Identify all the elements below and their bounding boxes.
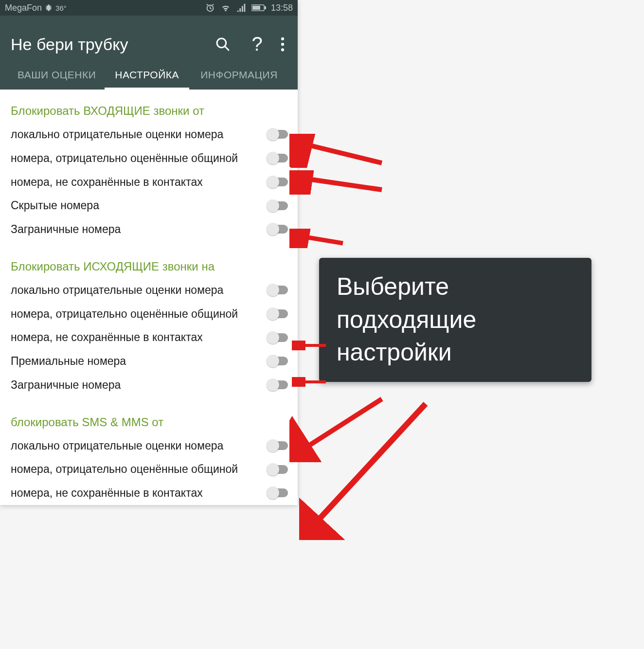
toggle-switch[interactable] — [268, 178, 294, 186]
row-label: Заграничные номера — [11, 222, 261, 236]
list-item: локально отрицательные оценки номера — [0, 434, 298, 458]
toggle-switch[interactable] — [268, 130, 294, 139]
toggle-switch[interactable] — [268, 465, 294, 474]
list-item: Заграничные номера — [0, 373, 298, 397]
list-item: номера, не сохранённые в контактах — [0, 481, 298, 505]
row-label: Скрытые номера — [11, 198, 261, 213]
tab-ratings[interactable]: ВАШИ ОЦЕНКИ — [11, 69, 103, 90]
signal-icon — [236, 2, 247, 13]
toggle-switch[interactable] — [268, 154, 294, 162]
list-item: локально отрицательные оценки номера — [0, 123, 298, 146]
phone-frame: MegaFon 36° 13:58 Не бери трубку — [0, 0, 298, 505]
row-label: локально отрицательные оценки номера — [11, 127, 261, 142]
list-item: номера, отрицательно оценённые общиной — [0, 146, 298, 170]
list-item: номера, не сохранённые в контактах — [0, 325, 298, 349]
list-item: номера, отрицательно оценённые общиной — [0, 302, 298, 326]
battery-icon — [251, 4, 266, 12]
toggle-switch[interactable] — [268, 225, 294, 234]
row-label: номера, не сохранённые в контактах — [11, 486, 261, 500]
carrier-label: MegaFon — [5, 3, 42, 13]
section-sms-title: блокировать SMS & MMS от — [0, 409, 298, 434]
toggle-switch[interactable] — [268, 380, 294, 389]
svg-point-7 — [281, 37, 284, 40]
content: Блокировать ВХОДЯЩИЕ звонки от локально … — [0, 90, 298, 505]
wifi-icon — [220, 2, 231, 13]
app-title: Не бери трубку — [11, 35, 215, 54]
svg-line-12 — [298, 178, 382, 190]
toggle-switch[interactable] — [268, 286, 294, 294]
app-bar: Не бери трубку ? ВАШИ ОЦЕНКИ НАСТРОЙКА И… — [0, 16, 298, 90]
row-label: номера, отрицательно оценённые общиной — [11, 151, 261, 165]
list-item: Скрытые номера — [0, 194, 298, 217]
svg-line-16 — [298, 399, 382, 452]
temperature-label: 36° — [55, 4, 67, 12]
row-label: Премиальные номера — [11, 354, 261, 368]
list-item: Премиальные номера — [0, 349, 298, 373]
toggle-switch[interactable] — [268, 309, 294, 318]
svg-rect-3 — [265, 6, 266, 9]
toggle-switch[interactable] — [268, 333, 294, 342]
row-label: локально отрицательные оценки номера — [11, 283, 261, 297]
tabs: ВАШИ ОЦЕНКИ НАСТРОЙКА ИНФОРМАЦИЯ — [11, 62, 287, 90]
tab-settings[interactable]: НАСТРОЙКА — [105, 69, 189, 90]
svg-line-17 — [309, 404, 426, 530]
row-label: номера, отрицательно оценённые общиной — [11, 462, 261, 476]
list-item: локально отрицательные оценки номера — [0, 278, 298, 302]
list-item: Заграничные номера — [0, 217, 298, 241]
arrow-annotation — [289, 170, 387, 195]
help-icon[interactable]: ? — [248, 35, 263, 54]
row-label: номера, отрицательно оценённые общиной — [11, 307, 261, 321]
toggle-switch[interactable] — [268, 201, 294, 210]
arrow-annotation — [299, 399, 435, 540]
section-incoming-title: Блокировать ВХОДЯЩИЕ звонки от — [0, 97, 298, 123]
more-icon[interactable] — [280, 37, 285, 52]
alarm-icon — [205, 2, 215, 13]
svg-line-13 — [296, 235, 343, 243]
row-label: номера, не сохранённые в контактах — [11, 175, 261, 189]
section-outgoing-title: Блокировать ИСХОДЯЩИЕ звонки на — [0, 253, 298, 278]
svg-rect-2 — [252, 6, 260, 10]
list-item: номера, не сохранённые в контактах — [0, 170, 298, 194]
svg-line-11 — [298, 143, 382, 163]
row-label: номера, не сохранённые в контактах — [11, 330, 261, 344]
svg-line-5 — [225, 46, 229, 50]
toggle-switch[interactable] — [268, 441, 294, 450]
callout-tooltip: Выберите подходящие настройки — [319, 258, 591, 382]
svg-point-9 — [281, 48, 284, 51]
svg-text:?: ? — [252, 35, 263, 54]
arrow-annotation — [289, 394, 387, 462]
tab-info[interactable]: ИНФОРМАЦИЯ — [191, 69, 287, 90]
search-icon[interactable] — [215, 36, 231, 52]
bug-icon — [45, 4, 53, 12]
arrow-annotation — [289, 134, 387, 168]
status-bar: MegaFon 36° 13:58 — [0, 0, 298, 16]
list-item: номера, отрицательно оценённые общиной — [0, 457, 298, 481]
row-label: Заграничные номера — [11, 378, 261, 392]
toggle-switch[interactable] — [268, 488, 294, 497]
clock-label: 13:58 — [271, 3, 293, 13]
toggle-switch[interactable] — [268, 357, 294, 365]
svg-point-8 — [281, 43, 284, 46]
arrow-annotation — [289, 229, 348, 248]
row-label: локально отрицательные оценки номера — [11, 439, 261, 453]
